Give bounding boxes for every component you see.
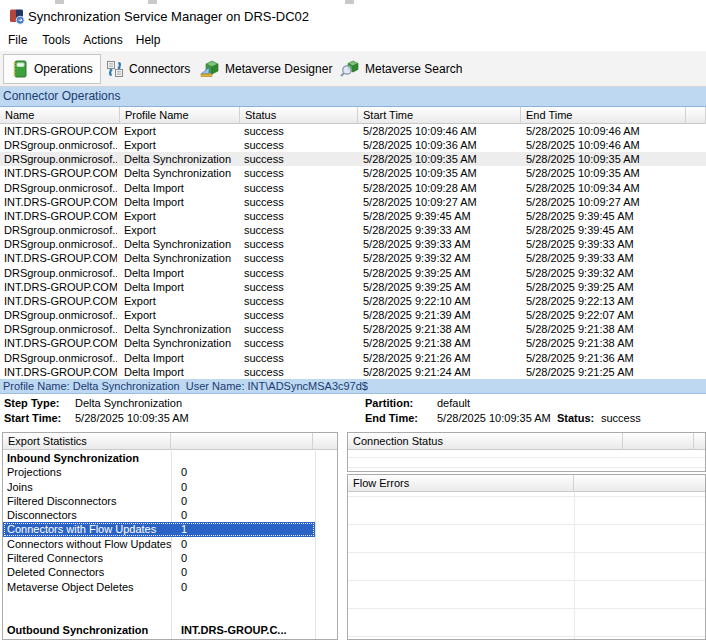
table-row[interactable]: DRSgroup.onmicrosof...Delta Importsucces…	[0, 266, 706, 280]
column-header-profile-name[interactable]: Profile Name	[120, 107, 240, 124]
stat-row-blank	[3, 608, 337, 622]
stat-row[interactable]: Filtered Disconnectors0	[3, 494, 337, 508]
stat-value: 0	[181, 537, 311, 551]
step-type-value: Delta Synchronization	[75, 397, 182, 409]
connectors-button[interactable]: Connectors	[99, 54, 197, 84]
cell-end: 5/28/2025 10:09:27 AM	[526, 195, 684, 209]
start-time-label: Start Time:	[4, 412, 61, 424]
cell-profile: Delta Import	[124, 266, 237, 280]
table-row[interactable]: INT.DRS-GROUP.COMDelta Importsuccess5/28…	[0, 280, 706, 294]
column-header-status[interactable]: Status	[240, 107, 358, 124]
status-label: Status:	[557, 412, 594, 424]
cell-name: DRSgroup.onmicrosof...	[4, 351, 117, 365]
table-row[interactable]: DRSgroup.onmicrosof...Delta Synchronizat…	[0, 322, 706, 336]
table-row[interactable]: DRSgroup.onmicrosof...Exportsuccess5/28/…	[0, 223, 706, 237]
cell-status: success	[244, 280, 354, 294]
table-row[interactable]: DRSgroup.onmicrosof...Exportsuccess5/28/…	[0, 308, 706, 322]
stat-row[interactable]: Disconnectors0	[3, 508, 337, 522]
cell-status: success	[244, 351, 354, 365]
stat-row[interactable]: Projections0	[3, 465, 337, 479]
table-row[interactable]: INT.DRS-GROUP.COMExportsuccess5/28/2025 …	[0, 294, 706, 308]
cell-profile: Delta Synchronization	[124, 152, 237, 166]
flow-errors-panel: Flow Errors	[347, 474, 706, 640]
stat-label: Metaverse Object Deletes	[7, 580, 171, 594]
stat-row[interactable]: Joins0	[3, 480, 337, 494]
metaverse-search-icon	[340, 60, 360, 78]
stat-label: Joins	[7, 480, 171, 494]
cell-name: DRSgroup.onmicrosof...	[4, 322, 117, 336]
cell-end: 5/28/2025 10:09:35 AM	[526, 166, 684, 180]
menu-item-tools[interactable]: Tools	[42, 30, 70, 50]
cell-end: 5/28/2025 10:09:35 AM	[526, 152, 684, 166]
table-row[interactable]: INT.DRS-GROUP.COMDelta Importsuccess5/28…	[0, 195, 706, 209]
cell-start: 5/28/2025 10:09:35 AM	[363, 152, 518, 166]
stat-value: 0	[181, 508, 311, 522]
sync-service-manager-window: { "window": { "title": "Synchronization …	[0, 0, 706, 640]
stat-row[interactable]: Filtered Connectors0	[3, 551, 337, 565]
toolbar: Operations Connectors Metaverse Designer	[0, 51, 706, 87]
flow-errors-gridline	[574, 492, 575, 639]
menu-item-help[interactable]: Help	[136, 30, 161, 50]
metaverse-search-button[interactable]: Metaverse Search	[333, 54, 469, 84]
cell-status: success	[244, 365, 354, 379]
table-row[interactable]: INT.DRS-GROUP.COMDelta Synchronizationsu…	[0, 166, 706, 180]
cell-profile: Delta Synchronization	[124, 322, 237, 336]
table-row[interactable]: DRSgroup.onmicrosof...Delta Synchronizat…	[0, 237, 706, 251]
connector-operations-header: Connector Operations	[0, 87, 706, 107]
column-header-name[interactable]: Name	[0, 107, 120, 124]
cell-name: DRSgroup.onmicrosof...	[4, 181, 117, 195]
app-icon	[8, 8, 25, 25]
connection-status-header-label[interactable]: Connection Status	[348, 433, 623, 450]
table-row[interactable]: DRSgroup.onmicrosof...Exportsuccess5/28/…	[0, 138, 706, 152]
stat-value: 0	[181, 480, 311, 494]
stat-label: Connectors without Flow Updates	[7, 537, 171, 551]
operations-button[interactable]: Operations	[3, 54, 101, 84]
table-row[interactable]: DRSgroup.onmicrosof...Delta Synchronizat…	[0, 152, 706, 166]
flow-errors-header-label[interactable]: Flow Errors	[348, 475, 574, 492]
column-header-end-time[interactable]: End Time	[521, 107, 686, 124]
column-header-start-time[interactable]: Start Time	[358, 107, 521, 124]
stat-value: 0	[181, 494, 311, 508]
stat-row[interactable]: Outbound SynchronizationINT.DRS-GROUP.C.…	[3, 623, 337, 637]
stat-row[interactable]: Connectors without Flow Updates0	[3, 537, 337, 551]
cell-profile: Delta Import	[124, 351, 237, 365]
cell-name: INT.DRS-GROUP.COM	[4, 195, 117, 209]
cell-profile: Delta Synchronization	[124, 237, 237, 251]
end-time-label: End Time:	[365, 412, 418, 424]
cell-end: 5/28/2025 9:21:38 AM	[526, 336, 684, 350]
stat-value: INT.DRS-GROUP.C...	[181, 623, 311, 637]
cell-status: success	[244, 138, 354, 152]
table-row[interactable]: DRSgroup.onmicrosof...Delta Importsucces…	[0, 351, 706, 365]
table-row[interactable]: INT.DRS-GROUP.COMDelta Synchronizationsu…	[0, 251, 706, 265]
cell-start: 5/28/2025 9:39:25 AM	[363, 280, 518, 294]
table-row[interactable]: DRSgroup.onmicrosof...Delta Importsucces…	[0, 181, 706, 195]
stat-row[interactable]: Metaverse Object Deletes0	[3, 580, 337, 594]
connectors-icon	[106, 60, 124, 78]
cell-name: INT.DRS-GROUP.COM	[4, 365, 117, 379]
stat-row[interactable]: Inbound Synchronization	[3, 451, 337, 465]
stat-label: Filtered Connectors	[7, 551, 171, 565]
cell-end: 5/28/2025 9:39:25 AM	[526, 280, 684, 294]
stat-row[interactable]: Connectors with Flow Updates1	[3, 522, 315, 536]
column-header-spacer	[686, 107, 706, 124]
cell-end: 5/28/2025 9:39:33 AM	[526, 251, 684, 265]
menu-item-file[interactable]: File	[8, 30, 27, 50]
partition-label: Partition:	[365, 397, 413, 409]
export-statistics-header-label[interactable]: Export Statistics	[3, 433, 171, 450]
table-row[interactable]: INT.DRS-GROUP.COMDelta Importsuccess5/28…	[0, 365, 706, 379]
status-value: success	[601, 412, 641, 424]
cell-status: success	[244, 124, 354, 138]
table-row[interactable]: INT.DRS-GROUP.COMDelta Synchronizationsu…	[0, 336, 706, 350]
connection-status-panel: Connection Status	[347, 432, 706, 472]
metaverse-designer-button[interactable]: Metaverse Designer	[193, 54, 339, 84]
connection-status-header: Connection Status	[348, 433, 705, 450]
cell-start: 5/28/2025 10:09:46 AM	[363, 124, 518, 138]
stat-value: 0	[181, 580, 311, 594]
table-row[interactable]: INT.DRS-GROUP.COMExportsuccess5/28/2025 …	[0, 209, 706, 223]
menu-item-actions[interactable]: Actions	[83, 30, 122, 50]
cell-status: success	[244, 266, 354, 280]
table-row[interactable]: INT.DRS-GROUP.COMExportsuccess5/28/2025 …	[0, 124, 706, 138]
metaverse-designer-icon	[200, 60, 220, 78]
background-fragment-mark	[345, 0, 354, 4]
stat-row[interactable]: Deleted Connectors0	[3, 565, 337, 579]
